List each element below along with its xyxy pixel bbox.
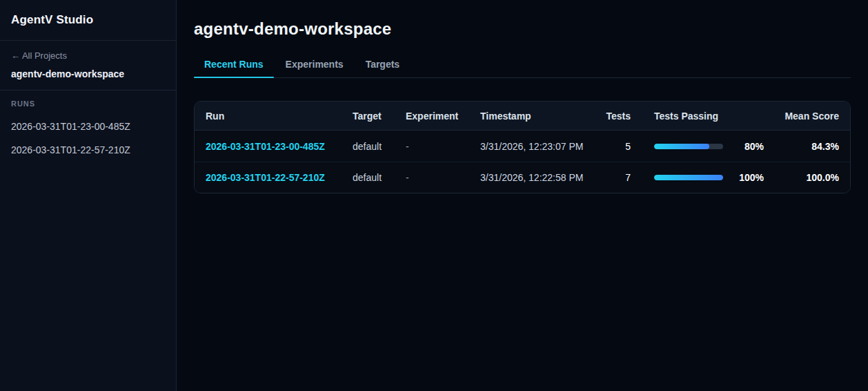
tests-passing-progress-bar	[654, 144, 723, 149]
sidebar-run-item[interactable]: 2026-03-31T01-23-00-485Z	[0, 115, 176, 138]
experiment-cell: -	[406, 141, 480, 152]
table-row: 2026-03-31T01-22-57-210Z default - 3/31/…	[195, 162, 850, 193]
tests-passing-progress-bar	[654, 175, 723, 180]
column-header-timestamp: Timestamp	[480, 111, 594, 122]
sidebar-run-item[interactable]: 2026-03-31T01-22-57-210Z	[0, 138, 176, 162]
tab-targets[interactable]: Targets	[355, 59, 411, 77]
app-title: AgentV Studio	[11, 13, 165, 27]
timestamp-cell: 3/31/2026, 12:22:58 PM	[480, 172, 594, 183]
tests-passing-percent: 80%	[723, 141, 764, 152]
timestamp-cell: 3/31/2026, 12:23:07 PM	[480, 141, 594, 152]
column-header-mean-score: Mean Score	[764, 111, 839, 122]
sidebar-runs-section: RUNS 2026-03-31T01-23-00-485Z 2026-03-31…	[0, 90, 176, 162]
target-cell: default	[353, 172, 406, 183]
tab-experiments[interactable]: Experiments	[275, 59, 354, 77]
mean-score-cell: 100.0%	[764, 172, 839, 183]
tests-passing-cell: 100%	[631, 172, 764, 183]
all-projects-back-link[interactable]: ← All Projects	[11, 50, 165, 61]
column-header-experiment: Experiment	[406, 111, 480, 122]
sidebar-project-section: ← All Projects agentv-demo-workspace	[0, 41, 176, 90]
target-cell: default	[353, 141, 406, 152]
tests-passing-cell: 80%	[631, 141, 764, 152]
column-header-target: Target	[353, 111, 406, 122]
column-header-tests-passing: Tests Passing	[631, 111, 764, 122]
page-title: agentv-demo-workspace	[194, 19, 851, 39]
runs-table-card: Run Target Experiment Timestamp Tests Te…	[194, 101, 851, 193]
app-window: AgentV Studio ← All Projects agentv-demo…	[0, 0, 868, 391]
main-content: agentv-demo-workspace Recent Runs Experi…	[177, 0, 868, 391]
sidebar: AgentV Studio ← All Projects agentv-demo…	[0, 0, 177, 391]
column-header-run: Run	[206, 111, 353, 122]
table-row: 2026-03-31T01-23-00-485Z default - 3/31/…	[195, 131, 850, 162]
run-link[interactable]: 2026-03-31T01-23-00-485Z	[206, 141, 325, 152]
tab-bar: Recent Runs Experiments Targets	[194, 59, 851, 78]
tests-passing-percent: 100%	[723, 172, 764, 183]
experiment-cell: -	[406, 172, 480, 183]
runs-section-label: RUNS	[0, 99, 176, 108]
column-header-tests: Tests	[594, 111, 631, 122]
tests-passing-progress-fill	[654, 175, 723, 180]
tests-count-cell: 5	[594, 141, 631, 152]
run-link[interactable]: 2026-03-31T01-22-57-210Z	[206, 172, 325, 183]
table-header-row: Run Target Experiment Timestamp Tests Te…	[195, 102, 850, 131]
tests-passing-progress-fill	[654, 144, 709, 149]
mean-score-cell: 84.3%	[764, 141, 839, 152]
sidebar-workspace-name: agentv-demo-workspace	[11, 68, 165, 79]
tests-count-cell: 7	[594, 172, 631, 183]
tab-recent-runs[interactable]: Recent Runs	[194, 59, 274, 77]
sidebar-header: AgentV Studio	[0, 0, 176, 41]
